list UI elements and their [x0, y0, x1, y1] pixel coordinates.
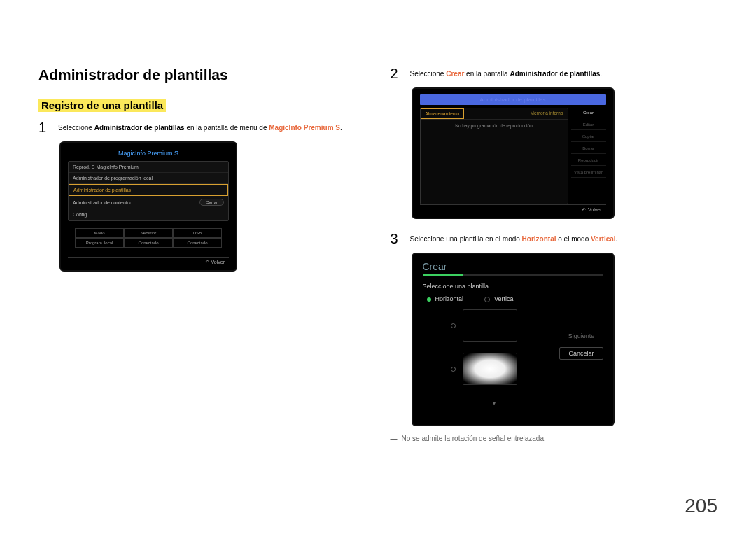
table-cell: Conectado: [173, 238, 222, 248]
step-number: 2: [391, 66, 400, 80]
table-cell: Program. local: [75, 238, 124, 248]
mock1-title: MagicInfo Premium S: [65, 147, 232, 161]
step-2: 2 Seleccione Crear en la pantalla Admini…: [391, 66, 722, 80]
opt-vertical: Vertical: [484, 295, 515, 302]
accent-bar: [423, 274, 603, 276]
template-radio: [451, 367, 456, 372]
crear-sub: Seleccione una plantilla.: [423, 283, 603, 290]
menu-item: Config.: [69, 209, 228, 220]
back-icon: [582, 207, 588, 212]
step-text: Seleccione Crear en la pantalla Administ…: [410, 66, 603, 78]
page-title: Administrador de plantillas: [38, 66, 370, 83]
step-number: 1: [38, 120, 48, 134]
back-icon: [205, 260, 211, 265]
subheading: Registro de una plantilla: [38, 99, 166, 112]
side-vista: Vista preliminar: [571, 167, 606, 178]
menu-item: Administrador de programación local: [69, 173, 228, 184]
table-cell: USB: [173, 228, 222, 238]
mock2-title: Administrador de plantillas: [420, 94, 606, 105]
step-3: 3 Seleccione una plantilla en el modo Ho…: [391, 232, 722, 246]
page-number: 205: [685, 495, 718, 517]
side-editar: Editar: [571, 120, 606, 130]
table-cell: Modo: [75, 228, 124, 238]
template-radio: [451, 323, 456, 328]
back-footer: Volver: [420, 204, 606, 213]
side-reproducir: Reproducir: [571, 155, 606, 166]
siguiente-button: Siguiente: [559, 330, 603, 342]
template-thumb: [463, 353, 517, 385]
memory-tab: Memoria interna: [526, 108, 568, 119]
template-thumb: [463, 309, 517, 342]
cancelar-button: Cancelar: [559, 347, 603, 360]
table-cell: Conectado: [124, 238, 173, 248]
crear-header: Crear: [423, 261, 603, 274]
side-borrar: Borrar: [571, 143, 606, 154]
step-1: 1 Seleccione Administrador de plantillas…: [38, 120, 370, 134]
screenshot-create-template: Crear Seleccione una plantilla. Horizont…: [412, 253, 615, 426]
back-footer: Volver: [68, 257, 229, 266]
cerrar-button: Cerrar: [200, 199, 224, 206]
storage-tab: Almacenamiento: [421, 108, 464, 119]
table-cell: Servidor: [124, 228, 173, 238]
screenshot-magicinfo-menu: MagicInfo Premium S Reprod. S MagicInfo …: [59, 141, 237, 272]
step-text: Seleccione una plantilla en el modo Hori…: [410, 232, 618, 244]
side-copiar: Copiar: [571, 132, 606, 142]
screenshot-template-manager: Administrador de plantillas Almacenamien…: [412, 87, 615, 219]
side-crear: Crear: [571, 108, 606, 118]
menu-item: Reprod. S MagicInfo Premium: [69, 162, 228, 173]
empty-msg: No hay programación de reproducción: [421, 119, 568, 132]
menu-item: Administrador de contenido Cerrar: [69, 196, 228, 209]
chevron-down-icon: ▾: [451, 400, 539, 407]
footnote: No se admite la rotación de señal entrel…: [391, 435, 722, 442]
step-text: Seleccione Administrador de plantillas e…: [58, 120, 342, 132]
step-number: 3: [391, 232, 400, 246]
opt-horizontal: Horizontal: [427, 295, 464, 302]
menu-item-selected: Administrador de plantillas: [69, 184, 228, 196]
